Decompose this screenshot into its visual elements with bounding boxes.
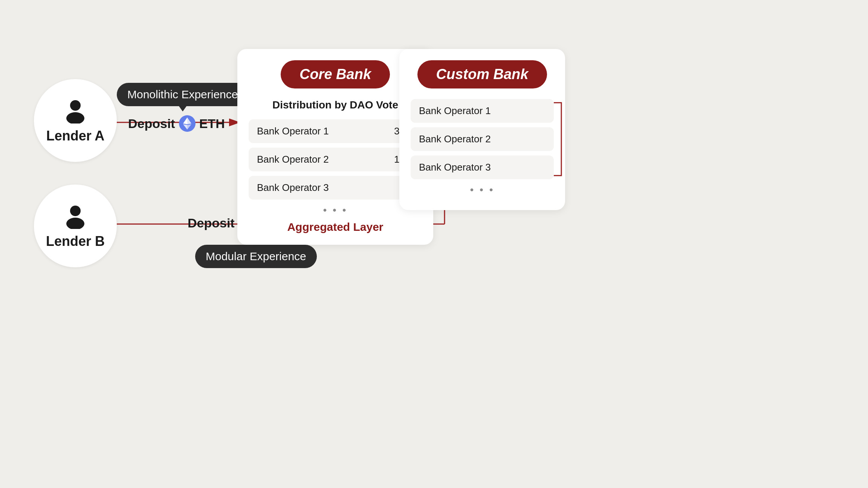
core-operator-row-2: Bank Operator 2 12% [249, 148, 422, 171]
deposit-label-a: Deposit ETH [128, 115, 225, 132]
tooltip-monolithic: Monolithic Experience [117, 83, 248, 106]
diagram-container: Lender A Lender B Monolithic Experience … [0, 0, 868, 488]
person-icon-a [62, 97, 89, 124]
lender-b-label: Lender B [46, 233, 105, 249]
core-dots: • • • [249, 204, 422, 216]
custom-bank-title: Custom Bank [417, 60, 547, 88]
svg-point-9 [66, 218, 84, 229]
eth-icon-a [179, 115, 196, 132]
custom-operator-row-2: Bank Operator 2 [411, 127, 554, 151]
custom-dots: • • • [411, 184, 554, 196]
svg-point-6 [70, 100, 81, 111]
custom-operator-row-1: Bank Operator 1 [411, 99, 554, 123]
lender-a-circle: Lender A [34, 79, 117, 162]
person-icon-b [62, 203, 89, 229]
lender-b-circle: Lender B [34, 185, 117, 267]
svg-point-8 [70, 206, 81, 216]
core-operator-row-1: Bank Operator 1 32% [249, 119, 422, 143]
distribution-title: Distribution by DAO Vote [249, 99, 422, 111]
custom-operator-row-3: Bank Operator 3 [411, 156, 554, 179]
svg-point-7 [66, 112, 84, 124]
core-operator-row-3: Bank Operator 3 5% [249, 176, 422, 200]
tooltip-modular: Modular Experience [195, 245, 317, 268]
custom-operators-wrapper: Bank Operator 1 Bank Operator 2 Bank Ope… [411, 99, 554, 179]
custom-bank-card: Custom Bank Bank Operator 1 Bank Operato… [399, 49, 565, 210]
lender-a-label: Lender A [46, 128, 105, 144]
core-bank-title: Core Bank [281, 60, 390, 88]
bracket-svg [551, 99, 564, 179]
aggregated-label: Aggregated Layer [249, 221, 422, 233]
